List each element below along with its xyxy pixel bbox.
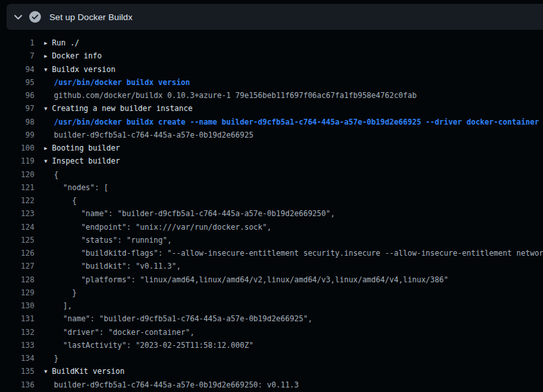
- log-group-toggle[interactable]: ▼BuildKit version: [44, 365, 125, 378]
- line-number[interactable]: 125: [0, 234, 34, 247]
- log-line-content: "buildkit": "v0.11.3",: [44, 260, 181, 273]
- chevron-down-icon[interactable]: [14, 14, 23, 20]
- log-line-text: Run ./: [52, 38, 79, 47]
- log-line-content: "name": "builder-d9cfb5a1-c764-445a-a57e…: [44, 207, 335, 220]
- log-row: 128 "platforms": "linux/amd64,linux/amd6…: [0, 273, 543, 286]
- line-number[interactable]: 98: [0, 116, 34, 129]
- log-line-text: "driver": "docker-container",: [54, 328, 194, 337]
- log-line-text: "name": "builder-d9cfb5a1-c764-445a-a57e…: [54, 209, 335, 218]
- log-line-content: "lastActivity": "2023-02-25T11:58:12.000…: [44, 339, 253, 352]
- log-line-text: builder-d9cfb5a1-c764-445a-a57e-0b19d2e6…: [54, 380, 299, 389]
- log-row: 1 ▶Run ./: [0, 36, 543, 49]
- log-line-text: ],: [54, 301, 72, 310]
- log-line-text: github.com/docker/buildx 0.10.3+azure-1 …: [54, 91, 416, 100]
- log-line-text: "lastActivity": "2023-02-25T11:58:12.000…: [54, 341, 253, 350]
- line-number[interactable]: 120: [0, 168, 34, 181]
- log-line-content: "nodes": [: [44, 181, 108, 194]
- log-line-text: {: [54, 170, 58, 179]
- expand-arrow-icon: ▼: [44, 64, 52, 77]
- expand-arrow-icon: ▶: [44, 142, 52, 155]
- line-number[interactable]: 123: [0, 207, 34, 220]
- line-number[interactable]: 94: [0, 63, 34, 76]
- line-number[interactable]: 130: [0, 299, 34, 312]
- log-row: 98 /usr/bin/docker buildx create --name …: [0, 116, 543, 129]
- check-circle-icon: [29, 11, 41, 23]
- log-row: 119 ▼Inspect builder: [0, 154, 543, 167]
- line-number[interactable]: 127: [0, 260, 34, 273]
- line-number[interactable]: 7: [0, 49, 34, 62]
- log-line-text: }: [54, 354, 58, 363]
- log-row: 97 ▼Creating a new builder instance: [0, 102, 543, 115]
- log-row: 122 {: [0, 194, 543, 207]
- line-number[interactable]: 132: [0, 326, 34, 339]
- line-number[interactable]: 124: [0, 221, 34, 234]
- line-number[interactable]: 129: [0, 286, 34, 299]
- log-line-text: {: [54, 196, 77, 205]
- log-line-text: /usr/bin/docker buildx version: [54, 78, 190, 87]
- log-group-toggle[interactable]: ▶Booting builder: [44, 141, 120, 154]
- step-title: Set up Docker Buildx: [49, 12, 133, 22]
- line-number[interactable]: 134: [0, 352, 34, 365]
- line-number[interactable]: 126: [0, 247, 34, 260]
- log-line-content: "name": "builder-d9cfb5a1-c764-445a-a57e…: [44, 312, 312, 325]
- log-line-text: Docker info: [52, 51, 102, 60]
- line-number[interactable]: 100: [0, 141, 34, 154]
- log-row: 121 "nodes": [: [0, 181, 543, 194]
- log-row: 132 "driver": "docker-container",: [0, 326, 543, 339]
- log-line-content: "driver": "docker-container",: [44, 326, 194, 339]
- log-row: 134 }: [0, 352, 543, 365]
- log-row: 94 ▼Buildx version: [0, 63, 543, 76]
- line-number[interactable]: 119: [0, 154, 34, 167]
- log-row: 130 ],: [0, 299, 543, 312]
- log-row: 99 builder-d9cfb5a1-c764-445a-a57e-0b19d…: [0, 129, 543, 141]
- log-line-text: Booting builder: [52, 143, 120, 153]
- log-line-content: github.com/docker/buildx 0.10.3+azure-1 …: [44, 89, 416, 102]
- log-line-text: builder-d9cfb5a1-c764-445a-a57e-0b19d2e6…: [54, 130, 253, 140]
- expand-arrow-icon: ▶: [44, 37, 52, 50]
- log-line-text: "endpoint": "unix:///var/run/docker.sock…: [54, 223, 272, 232]
- log-line-content: builder-d9cfb5a1-c764-445a-a57e-0b19d2e6…: [44, 378, 299, 391]
- expand-arrow-icon: ▼: [44, 155, 52, 168]
- log-line-content: ],: [44, 299, 72, 312]
- log-line-content: "status": "running",: [44, 234, 171, 247]
- log-row: 124 "endpoint": "unix:///var/run/docker.…: [0, 221, 543, 234]
- line-number[interactable]: 135: [0, 365, 34, 378]
- log-group-toggle[interactable]: ▼Inspect builder: [44, 154, 120, 167]
- line-number[interactable]: 95: [0, 76, 34, 89]
- line-number[interactable]: 96: [0, 89, 34, 102]
- log-row: 133 "lastActivity": "2023-02-25T11:58:12…: [0, 339, 543, 352]
- log-line-content: /usr/bin/docker buildx version: [44, 76, 190, 89]
- line-number[interactable]: 131: [0, 312, 34, 325]
- log-row: 100 ▶Booting builder: [0, 141, 543, 154]
- line-number[interactable]: 133: [0, 339, 34, 352]
- line-number[interactable]: 97: [0, 102, 34, 115]
- log-line-text: "buildkitd-flags": "--allow-insecure-ent…: [54, 249, 543, 258]
- log-group-toggle[interactable]: ▶Run ./: [44, 36, 79, 49]
- log-line-content: "endpoint": "unix:///var/run/docker.sock…: [44, 221, 272, 234]
- log-line-content: {: [44, 194, 77, 207]
- log-line-text: }: [54, 288, 77, 297]
- log-row: 129 }: [0, 286, 543, 299]
- log-line-text: "buildkit": "v0.11.3",: [54, 262, 181, 271]
- log-group-toggle[interactable]: ▼Buildx version: [44, 63, 116, 76]
- line-number[interactable]: 1: [0, 36, 34, 49]
- log-line-content: builder-d9cfb5a1-c764-445a-a57e-0b19d2e6…: [44, 129, 253, 141]
- expand-arrow-icon: ▼: [44, 365, 52, 378]
- line-number[interactable]: 128: [0, 273, 34, 286]
- line-number[interactable]: 99: [0, 129, 34, 141]
- log-group-toggle[interactable]: ▶Docker info: [44, 49, 102, 62]
- line-number[interactable]: 122: [0, 194, 34, 207]
- log-row: 120 {: [0, 168, 543, 181]
- step-header[interactable]: Set up Docker Buildx: [6, 4, 543, 30]
- log-row: 127 "buildkit": "v0.11.3",: [0, 260, 543, 273]
- line-number[interactable]: 136: [0, 378, 34, 391]
- log-row: 135 ▼BuildKit version: [0, 365, 543, 378]
- expand-arrow-icon: ▼: [44, 103, 52, 116]
- log-line-text: "name": "builder-d9cfb5a1-c764-445a-a57e…: [54, 314, 312, 323]
- log-row: 7 ▶Docker info: [0, 49, 543, 62]
- line-number[interactable]: 121: [0, 181, 34, 194]
- log-line-content: "buildkitd-flags": "--allow-insecure-ent…: [44, 247, 543, 260]
- log-line-text: Inspect builder: [52, 156, 120, 165]
- log-line-content: "platforms": "linux/amd64,linux/amd64/v2…: [44, 273, 448, 286]
- log-group-toggle[interactable]: ▼Creating a new builder instance: [44, 102, 192, 115]
